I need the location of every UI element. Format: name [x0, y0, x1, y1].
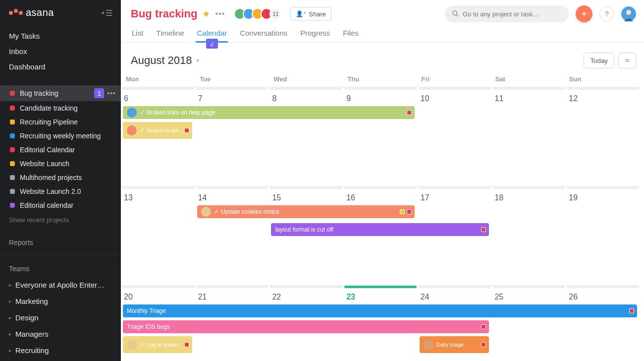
- today-button[interactable]: Today: [584, 53, 614, 68]
- sidebar-project-item[interactable]: Website Launch: [0, 157, 121, 171]
- sidebar-project-item[interactable]: Website Launch 2.0: [0, 184, 121, 198]
- team-label: Marketing: [15, 297, 48, 305]
- project-title[interactable]: Bug tracking: [131, 7, 197, 20]
- sidebar-team-item[interactable]: ▸HR: [0, 359, 121, 361]
- search-input[interactable]: [463, 10, 562, 18]
- sidebar: asana My TasksInboxDashboard Bug trackin…: [0, 0, 121, 361]
- calendar-cell[interactable]: 8: [269, 87, 343, 186]
- person-plus-icon: 👤⁺: [296, 10, 306, 17]
- sidebar-collapse-button[interactable]: [101, 9, 113, 17]
- global-add-button[interactable]: +: [576, 5, 592, 22]
- share-label: Share: [309, 10, 326, 18]
- svg-point-9: [628, 61, 629, 62]
- calendar-cell[interactable]: 18: [492, 186, 566, 285]
- sidebar-project-item[interactable]: Bug tracking1•••: [0, 85, 121, 101]
- sidebar-project-item[interactable]: Editorial calendar: [0, 198, 121, 212]
- tab-calendar[interactable]: Calendar2: [196, 25, 228, 42]
- project-label: Recruiting Pipeline: [20, 118, 116, 126]
- sidebar-team-item[interactable]: ▸Design: [0, 309, 121, 326]
- calendar-event[interactable]: ✓Update cookies notice: [197, 205, 415, 218]
- sidebar-team-item[interactable]: ▸Recruiting: [0, 342, 121, 359]
- calendar-date: 14: [198, 193, 266, 202]
- event-tag-icon: [407, 209, 412, 214]
- sidebar-reports-link[interactable]: Reports: [0, 228, 121, 250]
- sidebar-team-item[interactable]: ▸Everyone at Apollo Enter…: [0, 277, 121, 293]
- show-recent-projects[interactable]: Show recent projects: [0, 212, 121, 228]
- calendar-cell[interactable]: 19: [566, 186, 640, 285]
- project-label: Website Launch 2.0: [20, 187, 116, 195]
- calendar-event[interactable]: Monthly Triage: [123, 304, 637, 317]
- asana-logo-icon: [9, 11, 23, 15]
- calendar-cell[interactable]: 9: [343, 87, 418, 186]
- sidebar-project-item[interactable]: Recruiting Pipeline: [0, 115, 121, 129]
- tab-timeline[interactable]: Timeline: [155, 25, 185, 42]
- calendar-event[interactable]: layout format is cut off: [271, 223, 488, 236]
- calendar-event[interactable]: ✓Log in button…: [123, 336, 192, 353]
- sidebar-team-item[interactable]: ▸Marketing: [0, 293, 121, 309]
- calendar-cell[interactable]: 10: [418, 87, 492, 186]
- calendar-cell[interactable]: 26: [566, 286, 640, 361]
- calendar: MonTueWedThuFriSatSun 6789101112✓Broken …: [121, 73, 644, 361]
- sidebar-project-item[interactable]: Multihomed projects: [0, 171, 121, 184]
- sidebar-project-item[interactable]: Candidate tracking: [0, 101, 121, 115]
- project-label: Recruiting weekly meeting: [20, 132, 116, 140]
- calendar-cell[interactable]: 7: [195, 87, 269, 186]
- event-title: Log in button…: [147, 342, 184, 348]
- calendar-week-row: 6789101112✓Broken links on help page✓Sea…: [121, 87, 640, 186]
- search-icon: [452, 10, 459, 18]
- brand-name: asana: [26, 7, 54, 18]
- checkmark-icon: ✓: [140, 109, 145, 116]
- event-tag-icon: [407, 110, 412, 115]
- sidebar-nav-item[interactable]: Dashboard: [0, 59, 121, 74]
- chevron-right-icon: ▸: [9, 282, 11, 288]
- tab-list[interactable]: List: [131, 25, 144, 42]
- calendar-cell[interactable]: 14: [195, 186, 269, 285]
- calendar-cell[interactable]: 11: [492, 87, 566, 186]
- calendar-date: 21: [198, 293, 266, 301]
- tab-label: Conversations: [240, 29, 287, 37]
- event-title: Monthly Triage: [127, 307, 166, 314]
- tab-progress[interactable]: Progress: [299, 25, 331, 42]
- profile-avatar[interactable]: [621, 6, 636, 21]
- brand-logo[interactable]: asana: [9, 7, 54, 18]
- calendar-date: 22: [272, 293, 339, 301]
- calendar-date: 8: [272, 94, 339, 103]
- calendar-cell[interactable]: 13: [121, 186, 195, 285]
- day-header: Fri: [419, 73, 492, 87]
- calendar-date: 23: [346, 293, 414, 301]
- sidebar-team-item[interactable]: ▸Managers: [0, 326, 121, 342]
- calendar-cell[interactable]: 12: [566, 87, 640, 186]
- member-count[interactable]: 11: [269, 8, 281, 20]
- project-color-icon: [10, 133, 15, 138]
- calendar-month-picker[interactable]: August 2018 ▾: [131, 54, 199, 67]
- tab-conversations[interactable]: Conversations: [239, 25, 288, 42]
- calendar-event[interactable]: Triage IOS bugs: [123, 320, 489, 333]
- sidebar-project-item[interactable]: Editorial Calendar: [0, 143, 121, 157]
- project-more-icon[interactable]: •••: [107, 89, 116, 97]
- sidebar-nav-item[interactable]: My Tasks: [0, 28, 121, 44]
- sidebar-project-item[interactable]: Recruiting weekly meeting: [0, 129, 121, 143]
- calendar-date: 17: [421, 193, 488, 202]
- event-avatar: [127, 125, 137, 135]
- calendar-date: 6: [124, 94, 191, 103]
- help-button[interactable]: ?: [599, 6, 614, 21]
- checkmark-icon: ✓: [140, 341, 145, 348]
- project-label: Editorial Calendar: [20, 146, 116, 154]
- event-title: layout format is cut off: [275, 226, 333, 233]
- global-search[interactable]: [445, 5, 569, 22]
- event-tag-icon: [481, 324, 486, 329]
- event-title: Triage IOS bugs: [127, 323, 170, 330]
- calendar-date: 24: [421, 293, 488, 301]
- sidebar-nav-item[interactable]: Inbox: [0, 44, 121, 59]
- calendar-filter-button[interactable]: [618, 53, 636, 68]
- star-icon[interactable]: ★: [202, 8, 210, 19]
- share-button[interactable]: 👤⁺ Share: [290, 7, 331, 21]
- project-members[interactable]: 11: [234, 8, 281, 20]
- calendar-cell[interactable]: 25: [492, 286, 566, 361]
- calendar-event[interactable]: Daily triage: [420, 336, 489, 353]
- calendar-event[interactable]: ✓Search is not…: [123, 122, 192, 139]
- tab-files[interactable]: Files: [342, 25, 360, 42]
- calendar-date: 10: [421, 94, 488, 103]
- calendar-event[interactable]: ✓Broken links on help page: [123, 106, 415, 119]
- project-more-menu[interactable]: •••: [215, 9, 225, 18]
